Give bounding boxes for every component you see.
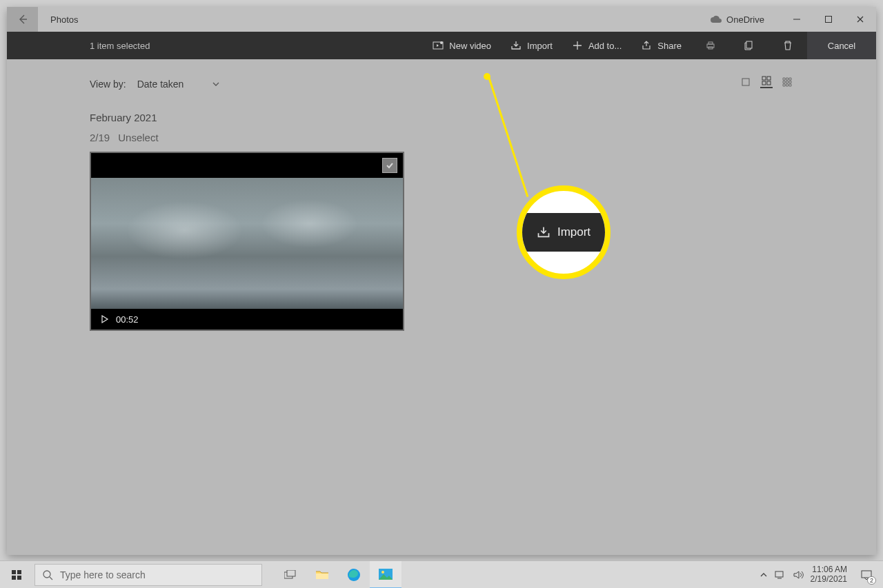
svg-rect-12 <box>12 570 16 574</box>
photos-app-window: Photos OneDrive 1 item selected New vide… <box>7 7 876 555</box>
task-view-button[interactable] <box>275 561 306 589</box>
taskbar-pinned-apps <box>275 561 401 589</box>
share-button[interactable]: Share <box>631 32 691 59</box>
view-single-button[interactable] <box>740 76 752 88</box>
notification-badge: 2 <box>867 576 876 585</box>
onedrive-button[interactable]: OneDrive <box>710 14 764 25</box>
new-video-icon <box>433 40 444 51</box>
share-label: Share <box>657 41 682 51</box>
notifications-button[interactable]: 2 <box>854 561 879 589</box>
svg-rect-18 <box>287 570 295 576</box>
edge-icon <box>347 568 361 582</box>
date-text: 2/19/2021 <box>811 575 847 585</box>
svg-point-22 <box>381 571 384 574</box>
video-duration: 00:52 <box>116 314 139 325</box>
back-button[interactable] <box>7 7 38 32</box>
view-by-dropdown[interactable]: Date taken <box>137 79 221 90</box>
selection-checkbox[interactable] <box>382 158 397 173</box>
thumbnail-image <box>91 178 403 309</box>
arrow-left-icon <box>17 14 28 25</box>
play-icon <box>101 315 109 323</box>
date-group-heading[interactable]: February 2021 <box>90 112 793 123</box>
svg-rect-11 <box>767 81 771 85</box>
close-button[interactable] <box>844 7 876 32</box>
checkmark-icon <box>385 161 395 170</box>
copy-button[interactable] <box>730 32 768 59</box>
maximize-icon <box>824 15 833 23</box>
svg-point-16 <box>43 571 50 578</box>
photos-icon <box>379 569 393 580</box>
time-text: 11:06 AM <box>811 565 847 575</box>
search-box[interactable]: Type here to search <box>34 564 262 586</box>
view-grid-small-button[interactable] <box>781 76 793 88</box>
cancel-button[interactable]: Cancel <box>807 32 876 59</box>
svg-rect-8 <box>762 77 766 80</box>
svg-rect-6 <box>746 41 752 48</box>
search-icon <box>42 569 53 580</box>
title-bar: Photos OneDrive <box>7 7 876 32</box>
plus-icon <box>572 40 583 51</box>
start-button[interactable] <box>0 561 33 589</box>
view-by-row: View by: Date taken <box>90 79 793 90</box>
maximize-button[interactable] <box>813 7 844 32</box>
square-icon <box>741 77 751 87</box>
annotation-callout: Import <box>517 185 611 279</box>
new-video-label: New video <box>449 41 491 51</box>
content-area: View by: Date taken February 2021 2/19 U… <box>7 59 876 555</box>
callout-import: Import <box>522 213 605 252</box>
print-button[interactable] <box>691 32 730 59</box>
callout-import-label: Import <box>557 225 591 239</box>
minimize-button[interactable] <box>781 7 813 32</box>
task-view-icon <box>284 570 297 580</box>
copy-icon <box>744 40 755 51</box>
video-thumbnail[interactable]: 00:52 <box>90 152 404 331</box>
command-bar: 1 item selected New video Import Add to.… <box>7 32 876 59</box>
svg-rect-14 <box>12 576 16 580</box>
svg-rect-13 <box>17 570 21 574</box>
import-button[interactable]: Import <box>501 32 562 59</box>
cloud-icon <box>710 15 722 23</box>
svg-point-2 <box>440 41 443 44</box>
new-video-button[interactable]: New video <box>423 32 501 59</box>
edge-button[interactable] <box>338 561 370 589</box>
chevron-down-icon <box>211 79 221 89</box>
chevron-up-icon[interactable] <box>760 571 768 579</box>
trash-icon <box>782 40 793 51</box>
clock[interactable]: 11:06 AM 2/19/2021 <box>811 565 847 585</box>
svg-rect-23 <box>775 571 783 577</box>
grid3-icon <box>782 77 792 87</box>
search-placeholder: Type here to search <box>60 569 146 580</box>
grid2-icon <box>762 76 771 85</box>
onedrive-label: OneDrive <box>726 14 764 25</box>
add-to-label: Add to... <box>588 41 622 51</box>
volume-icon[interactable] <box>793 570 804 580</box>
windows-icon <box>11 569 22 580</box>
import-label: Import <box>527 41 553 51</box>
svg-rect-19 <box>316 574 328 579</box>
thumbnail-footer: 00:52 <box>91 309 403 330</box>
import-icon <box>537 225 550 239</box>
add-to-button[interactable]: Add to... <box>562 32 631 59</box>
annotation-dot <box>484 73 490 80</box>
window-controls <box>781 7 876 32</box>
svg-rect-15 <box>17 576 21 580</box>
svg-rect-0 <box>826 17 832 23</box>
minimize-icon <box>793 15 801 23</box>
file-explorer-button[interactable] <box>306 561 338 589</box>
unselect-button[interactable]: Unselect <box>118 132 158 143</box>
close-icon <box>856 15 864 23</box>
cancel-label: Cancel <box>828 41 855 51</box>
svg-rect-10 <box>762 81 766 85</box>
import-icon <box>510 40 522 51</box>
delete-button[interactable] <box>768 32 807 59</box>
view-mode-toggle <box>740 76 793 88</box>
network-icon[interactable] <box>775 570 786 580</box>
system-tray: 11:06 AM 2/19/2021 2 <box>760 561 883 589</box>
view-by-label: View by: <box>90 79 126 90</box>
view-grid-medium-button[interactable] <box>760 76 773 88</box>
view-by-value: Date taken <box>137 79 184 90</box>
svg-rect-9 <box>767 77 771 80</box>
photos-taskbar-button[interactable] <box>370 561 401 589</box>
svg-rect-4 <box>708 42 713 44</box>
svg-rect-7 <box>742 79 749 85</box>
